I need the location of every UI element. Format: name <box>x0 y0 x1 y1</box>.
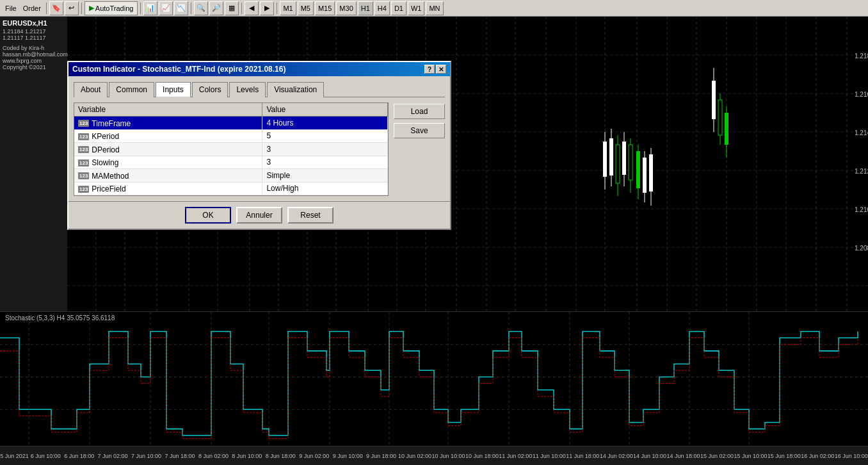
chart-type-2[interactable]: 📈 <box>159 1 173 15</box>
svg-rect-62 <box>622 142 626 175</box>
table-row[interactable]: 123 DPeriod 3 <box>74 143 388 156</box>
chart-type-1[interactable]: 📊 <box>143 1 157 15</box>
value-cell: 4 Hours <box>262 117 388 130</box>
reset-button[interactable]: Reset <box>287 207 334 224</box>
stochastic-label: Stochastic (5,3,3) H4 35.0575 36.6118 <box>3 313 117 323</box>
svg-text:1.2080: 1.2080 <box>855 245 868 252</box>
tf-m5[interactable]: M5 <box>298 1 314 15</box>
save-button[interactable]: Save <box>394 123 445 138</box>
variable-cell: 123 MAMethod <box>74 169 262 183</box>
time-label-7: 8 Jun 10:00 <box>230 453 264 459</box>
scroll-right[interactable]: ▶ <box>260 1 274 15</box>
type-icon: 123 <box>78 172 89 179</box>
variable-cell: 123 TimeFrame <box>74 117 262 130</box>
svg-text:1.2180: 1.2180 <box>855 53 868 60</box>
time-label-11: 9 Jun 18:00 <box>364 453 398 459</box>
website: www.fxprg.com <box>3 58 65 64</box>
tf-h4[interactable]: H4 <box>374 1 390 15</box>
svg-text:1.2120: 1.2120 <box>855 168 868 175</box>
time-label-0: 5 Jun 2021 <box>0 453 29 459</box>
tab-common[interactable]: Common <box>109 82 154 97</box>
value-cell: 3 <box>262 156 388 169</box>
svg-rect-60 <box>616 145 620 183</box>
left-panel: EURUSDx,H1 1.21184 1.21217 1.21117 1.211… <box>0 17 67 311</box>
variable-cell: 123 PriceField <box>74 182 262 195</box>
tab-about[interactable]: About <box>74 82 108 97</box>
dialog-footer: OK Annuler Reset <box>68 201 450 229</box>
toolbar-btn-1[interactable]: 🔖 <box>49 1 63 15</box>
stochastic-chart <box>0 312 868 446</box>
svg-rect-58 <box>609 138 613 175</box>
indicator-dialog: Custom Indicator - Stochastic_MTF-Ind (e… <box>67 61 451 230</box>
sep3 <box>140 3 141 14</box>
tf-h1[interactable]: H1 <box>358 1 373 15</box>
titlebar-buttons: ? ✕ <box>424 65 446 74</box>
variable-cell: 123 Slowing <box>74 156 262 169</box>
tf-m15[interactable]: M15 <box>315 1 335 15</box>
chart-type-3[interactable]: 📉 <box>174 1 188 15</box>
chart-props[interactable]: ▦ <box>225 1 239 15</box>
time-label-16: 11 Jun 10:00 <box>533 453 566 459</box>
toolbar-autotrading[interactable]: ▶ AutoTrading <box>84 1 138 15</box>
svg-text:1.2100: 1.2100 <box>855 206 868 213</box>
time-label-3: 7 Jun 02:00 <box>96 453 129 459</box>
tab-levels[interactable]: Levels <box>229 82 266 97</box>
chart-symbol: EURUSDx,H1 <box>3 19 65 27</box>
value-cell: 5 <box>262 129 388 143</box>
time-label-17: 11 Jun 18:00 <box>566 453 599 459</box>
type-icon: 123 <box>78 159 89 167</box>
time-label-9: 9 Jun 02:00 <box>298 453 331 459</box>
main-toolbar: File Order 🔖 ↩ ▶ AutoTrading 📊 📈 📉 🔍 🔎 ▦… <box>0 0 868 17</box>
time-label-20: 14 Jun 18:00 <box>666 453 700 459</box>
variable-cell: 123 KPeriod <box>74 129 262 143</box>
svg-text:1.2160: 1.2160 <box>855 91 868 98</box>
time-label-2: 6 Jun 18:00 <box>62 453 95 459</box>
table-row[interactable]: 123 PriceField Low/High <box>74 182 388 195</box>
tf-m1[interactable]: M1 <box>280 1 296 15</box>
table-row[interactable]: 123 KPeriod 5 <box>74 129 388 143</box>
cancel-button[interactable]: Annuler <box>236 207 282 224</box>
svg-rect-52 <box>718 100 722 135</box>
value-cell: Low/High <box>262 182 388 195</box>
sidebar-buttons: Load Save <box>394 102 445 196</box>
email: hassan.mb@hotmail.com <box>3 51 65 58</box>
tab-bar: About Common Inputs Colors Levels Visual… <box>74 81 445 97</box>
time-label-1: 6 Jun 10:00 <box>29 453 62 459</box>
tab-visualization[interactable]: Visualization <box>267 82 324 97</box>
toolbar-file[interactable]: File <box>3 1 19 15</box>
svg-rect-64 <box>629 145 632 180</box>
help-button[interactable]: ? <box>424 65 435 74</box>
tf-d1[interactable]: D1 <box>391 1 406 15</box>
ok-button[interactable]: OK <box>185 207 231 224</box>
row-icon-5: 123 PriceField <box>78 184 126 193</box>
svg-text:1.2140: 1.2140 <box>855 129 868 136</box>
svg-rect-50 <box>712 81 716 119</box>
value-cell: 3 <box>262 143 388 156</box>
svg-rect-68 <box>643 158 647 193</box>
sep4 <box>191 3 191 14</box>
load-button[interactable]: Load <box>394 104 445 119</box>
row-icon-4: 123 MAMethod <box>78 172 129 181</box>
toolbar-btn-2[interactable]: ↩ <box>65 1 79 15</box>
table-row[interactable]: 123 MAMethod Simple <box>74 169 388 183</box>
chart-prices: 1.21184 1.21217 1.21117 1.21117 <box>3 28 65 41</box>
scroll-left[interactable]: ◀ <box>245 1 259 15</box>
time-label-10: 9 Jun 10:00 <box>331 453 364 459</box>
tab-inputs[interactable]: Inputs <box>156 82 191 97</box>
tf-mn[interactable]: MN <box>426 1 443 15</box>
close-button[interactable]: ✕ <box>436 65 446 74</box>
zoom-out[interactable]: 🔍 <box>194 1 208 15</box>
row-icon-0: 123 TimeFrame <box>78 119 131 128</box>
sep2 <box>81 3 82 14</box>
time-label-25: 16 Jun 10:00 <box>835 453 868 459</box>
table-row[interactable]: 123 Slowing 3 <box>74 156 388 169</box>
toolbar-order[interactable]: Order <box>20 1 44 15</box>
tab-colors[interactable]: Colors <box>192 82 229 97</box>
copyright: Copyright ©2021 <box>3 64 65 70</box>
row-icon-2: 123 DPeriod <box>78 145 120 154</box>
tf-m30[interactable]: M30 <box>336 1 356 15</box>
variable-cell: 123 DPeriod <box>74 143 262 156</box>
table-row[interactable]: 123 TimeFrame 4 Hours <box>74 117 388 130</box>
tf-w1[interactable]: W1 <box>408 1 425 15</box>
zoom-in[interactable]: 🔎 <box>209 1 223 15</box>
